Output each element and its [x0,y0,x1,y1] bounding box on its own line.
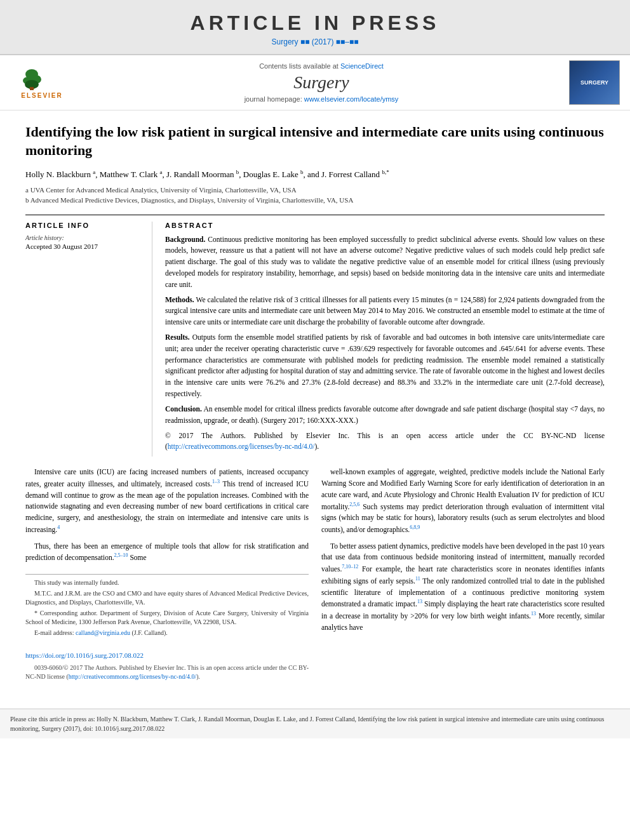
author-names: Holly N. Blackburn a, Matthew T. Clark a… [25,170,389,179]
elsevier-logo: ELSEVIER [10,63,74,102]
body-left-column: Intensive care units (ICU) are facing in… [25,467,309,683]
journal-reference: Surgery ■■ (2017) ■■–■■ [0,37,630,46]
surgery-cover-label: SURGERY [580,79,608,86]
body-left-para-2: Thus, there has been an emergence of mul… [25,541,309,564]
aip-title: ARTICLE IN PRESS [0,11,630,35]
article-info-column: ARTICLE INFO Article history: Accepted 3… [25,222,152,457]
body-text-section: Intensive care units (ICU) are facing in… [25,467,605,683]
doi-link[interactable]: https://doi.org/10.1016/j.surg.2017.08.0… [25,651,309,660]
abstract-methods: Methods. We calculated the relative risk… [165,295,605,328]
background-label: Background. [165,236,205,243]
citation-text: Please cite this article in press as: Ho… [10,716,604,732]
conclusion-text: An ensemble model for critical illness p… [165,405,605,424]
abstract-conclusion: Conclusion. An ensemble model for critic… [165,404,605,427]
svg-rect-5 [30,87,34,90]
footnotes-section: This study was internally funded. M.T.C.… [25,574,309,681]
footnote-email: E-mail address: calland@virginia.edu (J.… [25,629,309,637]
footnote-conflict: M.T.C. and J.R.M. are the CSO and CMO an… [25,589,309,607]
citation-bar: Please cite this article in press as: Ho… [0,709,630,738]
journal-header: ELSEVIER Contents lists available at Sci… [0,55,630,110]
article-history-label: Article history: [25,234,143,241]
abstract-results: Results. Outputs form the ensemble model… [165,332,605,400]
body-right-para-2: To better assess patient dynamics, predi… [321,541,605,634]
sciencedirect-link[interactable]: ScienceDirect [340,62,384,70]
body-right-column: well-known examples of aggregate, weight… [321,467,605,683]
body-left-para-1: Intensive care units (ICU) are facing in… [25,467,309,536]
journal-name-display: Surgery [74,72,569,93]
article-info-abstract-section: ARTICLE INFO Article history: Accepted 3… [25,215,605,457]
article-in-press-banner: ARTICLE IN PRESS Surgery ■■ (2017) ■■–■■ [0,0,630,55]
email-link[interactable]: calland@virginia.edu [76,629,130,636]
article-info-heading: ARTICLE INFO [25,222,143,229]
methods-text: We calculated the relative risk of 3 cri… [165,296,605,326]
license-link[interactable]: http://creativecommons.org/licenses/by-n… [168,443,315,450]
results-label: Results. [165,333,190,341]
results-text: Outputs form the ensemble model stratifi… [165,333,605,397]
elsevier-wordmark: ELSEVIER [21,92,62,99]
article-title: Identifying the low risk patient in surg… [25,123,605,159]
open-access-notice: 0039-6060/© 2017 The Authors. Published … [25,663,309,681]
journal-header-center: Contents lists available at ScienceDirec… [74,62,569,103]
body-right-para-1: well-known examples of aggregate, weight… [321,467,605,536]
abstract-background: Background. Continuous predictive monito… [165,234,605,291]
elsevier-tree-icon [23,67,61,92]
contents-available-text: Contents lists available at ScienceDirec… [74,62,569,70]
affiliation-b: b Advanced Medical Predictive Devices, D… [25,195,605,206]
affiliation-a: a UVA Center for Advanced Medical Analyt… [25,185,605,196]
surgery-journal-cover: SURGERY [569,60,620,105]
authors-list: Holly N. Blackburn a, Matthew T. Clark a… [25,168,605,179]
background-text: Continuous predictive monitoring has bee… [165,236,605,288]
main-content-area: Identifying the low risk patient in surg… [0,110,630,696]
footnote-corresponding: * Corresponding author. Department of Su… [25,609,309,627]
abstract-text: Background. Continuous predictive monito… [165,234,605,453]
abstract-heading: ABSTRACT [165,222,605,229]
license-link-2[interactable]: http://creativecommons.org/licenses/by-n… [69,673,196,680]
article-accepted-date: Accepted 30 August 2017 [25,243,143,250]
affiliations: a UVA Center for Advanced Medical Analyt… [25,185,605,206]
abstract-column: ABSTRACT Background. Continuous predicti… [165,222,605,457]
footnote-funding: This study was internally funded. [25,578,309,587]
journal-homepage-link[interactable]: www.elsevier.com/locate/ymsy [304,95,399,103]
journal-homepage-text: journal homepage: www.elsevier.com/locat… [74,95,569,103]
abstract-copyright: © 2017 The Authors. Published by Elsevie… [165,430,605,453]
conclusion-label: Conclusion. [165,405,202,413]
methods-label: Methods. [165,296,194,303]
